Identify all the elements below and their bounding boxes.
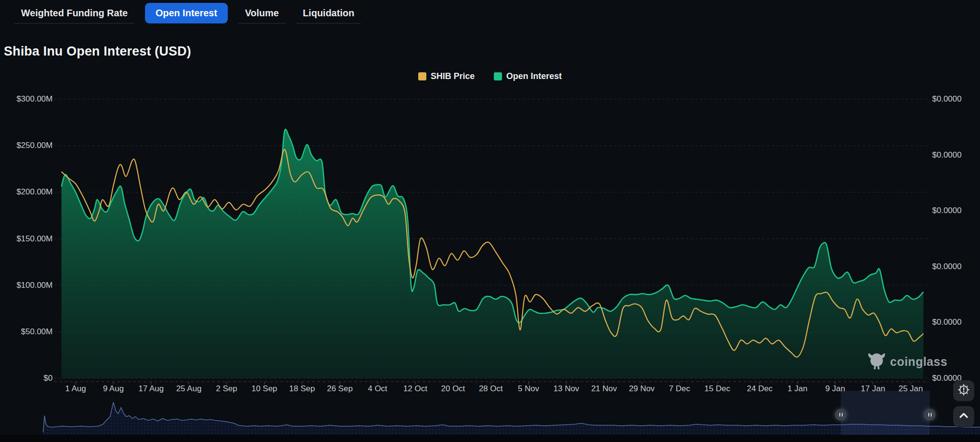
coinglass-bull-icon: [867, 351, 885, 372]
left-axis-tick: $0: [0, 374, 53, 383]
right-axis-tick: $0.0000: [932, 262, 961, 272]
date-tick: 10 Sep: [251, 384, 277, 394]
legend-label: SHIB Price: [431, 71, 475, 81]
date-tick: 1 Aug: [65, 384, 86, 394]
date-tick: 12 Oct: [403, 384, 427, 394]
date-tick: 9 Jan: [825, 384, 846, 394]
chart-legend: SHIB PriceOpen Interest: [0, 71, 980, 81]
badge-alert-button[interactable]: [953, 380, 974, 401]
legend-swatch: [494, 72, 502, 80]
date-tick: 13 Nov: [554, 384, 579, 394]
left-axis-tick: $100.00M: [0, 281, 53, 290]
date-tick: 2 Sep: [216, 384, 237, 394]
date-tick: 7 Dec: [669, 384, 690, 394]
date-tick: 26 Sep: [327, 384, 353, 394]
chevron-up-icon: [958, 409, 970, 424]
date-tick: 28 Oct: [479, 384, 503, 394]
left-axis-tick: $250.00M: [0, 141, 53, 150]
legend-label: Open Interest: [506, 71, 562, 81]
date-tick: 25 Aug: [176, 384, 201, 394]
date-tick: 4 Oct: [368, 384, 388, 394]
date-tick: 9 Aug: [103, 384, 124, 394]
legend-swatch: [418, 72, 426, 80]
page-title: Shiba Inu Open Interest (USD): [4, 44, 191, 59]
legend-item-open-interest[interactable]: Open Interest: [494, 71, 562, 81]
date-tick: 18 Sep: [289, 384, 315, 394]
left-axis-tick: $50.00M: [0, 327, 53, 337]
navigator-right-handle[interactable]: [924, 409, 935, 420]
badge-alert-icon: [958, 384, 970, 398]
tab-open-interest[interactable]: Open Interest: [145, 3, 228, 23]
legend-item-shib-price[interactable]: SHIB Price: [418, 71, 475, 81]
date-tick: 17 Aug: [138, 384, 164, 394]
date-tick: 5 Nov: [518, 384, 539, 394]
date-tick: 25 Jan: [899, 384, 923, 394]
navigator-baseline-strip: [0, 435, 980, 442]
tab-volume[interactable]: Volume: [238, 3, 286, 23]
date-tick: 20 Oct: [441, 384, 465, 394]
navigator-selection-window[interactable]: [841, 391, 930, 435]
date-tick: 17 Jan: [861, 384, 885, 394]
right-axis-tick: $0.0000: [932, 150, 961, 160]
navigator-left-handle[interactable]: [835, 409, 846, 420]
left-axis-tick: $200.00M: [0, 187, 53, 197]
coinglass-watermark: coinglass: [867, 351, 947, 372]
tab-weighted-funding-rate[interactable]: Weighted Funding Rate: [14, 3, 134, 23]
scroll-to-top-button[interactable]: [953, 406, 974, 427]
watermark-text: coinglass: [890, 355, 947, 369]
main-chart-canvas[interactable]: [0, 0, 980, 442]
tab-liquidation[interactable]: Liquidation: [296, 3, 361, 23]
left-axis-tick: $150.00M: [0, 234, 53, 244]
right-axis-tick: $0.0000: [932, 317, 961, 327]
right-axis-tick: $0.0000: [932, 94, 961, 104]
date-tick: 1 Jan: [788, 384, 808, 394]
left-axis-tick: $300.00M: [0, 94, 53, 104]
date-tick: 29 Nov: [629, 384, 655, 394]
right-axis-tick: $0.0000: [932, 206, 961, 215]
date-tick: 21 Nov: [591, 384, 617, 394]
open-interest-area: [61, 129, 923, 378]
chart-type-tab-bar: Weighted Funding RateOpen InterestVolume…: [14, 3, 361, 23]
date-tick: 15 Dec: [704, 384, 730, 394]
date-tick: 24 Dec: [747, 384, 773, 394]
